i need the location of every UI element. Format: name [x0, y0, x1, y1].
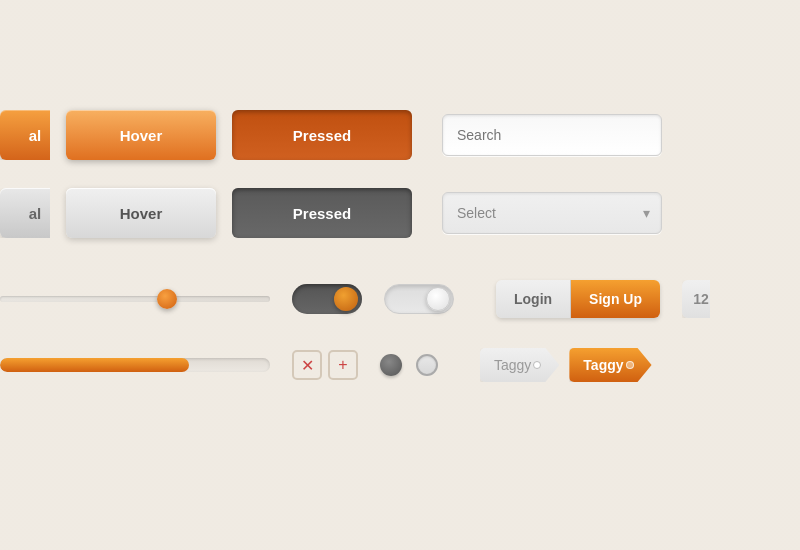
orange-normal-button[interactable]: al	[0, 110, 50, 160]
orange-pressed-button[interactable]: Pressed	[232, 110, 412, 160]
progress-bar	[0, 358, 270, 372]
dot-filled	[380, 354, 402, 376]
toggle-light[interactable]	[384, 284, 454, 314]
auth-group: Login Sign Up	[496, 280, 660, 318]
dot-outline	[416, 354, 438, 376]
tag-gray[interactable]: Taggy	[480, 348, 559, 382]
gray-hover-button[interactable]: Hover	[66, 188, 216, 238]
orange-slider[interactable]	[0, 289, 270, 309]
signup-button[interactable]: Sign Up	[571, 280, 660, 318]
search-input[interactable]	[442, 114, 662, 156]
progress-fill	[0, 358, 189, 372]
slider-track	[0, 296, 270, 302]
toggle-knob-dark	[334, 287, 358, 311]
tag-orange[interactable]: Taggy	[569, 348, 651, 382]
gray-pressed-button[interactable]: Pressed	[232, 188, 412, 238]
tag-orange-dot	[626, 361, 634, 369]
number-badge: 12	[682, 280, 710, 318]
stepper-plus-button[interactable]: +	[328, 350, 358, 380]
login-button[interactable]: Login	[496, 280, 571, 318]
slider-thumb-orange[interactable]	[157, 289, 177, 309]
orange-hover-button[interactable]: Hover	[66, 110, 216, 160]
dot-group	[380, 354, 438, 376]
gray-normal-button[interactable]: al	[0, 188, 50, 238]
stepper-minus-button[interactable]: ✕	[292, 350, 322, 380]
toggle-knob-light	[426, 287, 450, 311]
stepper-group: ✕ +	[292, 350, 358, 380]
toggle-dark[interactable]	[292, 284, 362, 314]
select-input[interactable]: Select	[442, 192, 662, 234]
